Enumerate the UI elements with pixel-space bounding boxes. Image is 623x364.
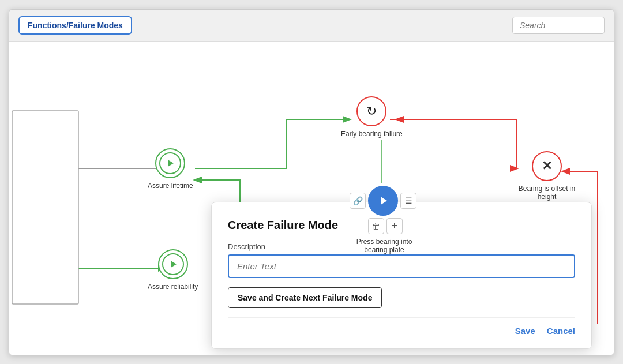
dialog-footer: Save Cancel (228, 317, 575, 336)
node-circle-press-bearing[interactable] (368, 186, 398, 216)
app-window: Functions/Failure Modes (9, 9, 614, 355)
dialog-overlay: Create Failure Mode Description Save and… (9, 42, 614, 355)
canvas-area: Assure lifetime ↻ Early bearing failure … (9, 42, 614, 355)
link-toolbar-btn[interactable]: 🔗 (350, 193, 366, 209)
search-input[interactable] (512, 17, 605, 34)
cancel-button[interactable]: Cancel (547, 326, 575, 336)
save-button[interactable]: Save (515, 326, 535, 336)
add-toolbar-btn[interactable]: + (386, 218, 403, 234)
save-and-create-next-button[interactable]: Save and Create Next Failure Mode (228, 287, 382, 308)
delete-toolbar-btn[interactable]: 🗑 (368, 218, 384, 234)
toolbar: Functions/Failure Modes (9, 10, 614, 42)
description-input[interactable] (228, 254, 575, 278)
node-label-press-bearing: Press bearing into bearing plate (350, 238, 419, 254)
functions-failure-modes-button[interactable]: Functions/Failure Modes (18, 16, 132, 35)
list-toolbar-btn[interactable]: ☰ (400, 193, 416, 209)
svg-marker-5 (381, 197, 387, 205)
